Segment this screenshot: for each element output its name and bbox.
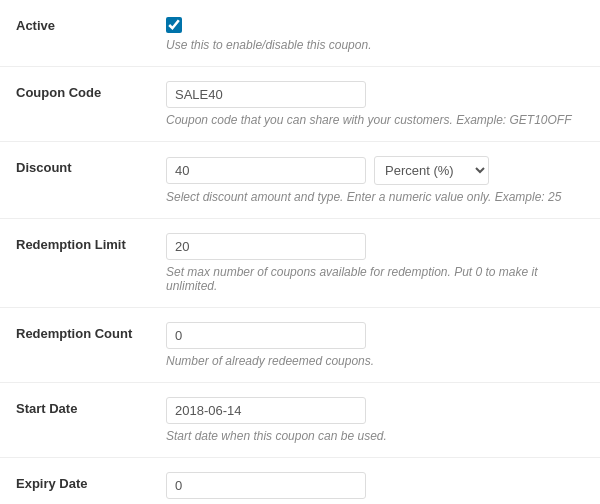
expiry-date-row: Expiry Date Date when this coupon will e…	[0, 458, 600, 504]
discount-label: Discount	[16, 156, 166, 175]
expiry-date-input[interactable]	[166, 472, 366, 499]
discount-input[interactable]	[166, 157, 366, 184]
active-row: Active Use this to enable/disable this c…	[0, 0, 600, 67]
discount-field: Percent (%) Fixed Amount Select discount…	[166, 156, 584, 204]
expiry-date-label: Expiry Date	[16, 472, 166, 491]
expiry-date-field: Date when this coupon will expire. Put 0…	[166, 472, 584, 504]
redemption-count-input[interactable]	[166, 322, 366, 349]
redemption-limit-row: Redemption Limit Set max number of coupo…	[0, 219, 600, 308]
redemption-count-row: Redemption Count Number of already redee…	[0, 308, 600, 383]
coupon-code-label: Coupon Code	[16, 81, 166, 100]
coupon-form: Active Use this to enable/disable this c…	[0, 0, 600, 504]
start-date-row: Start Date Start date when this coupon c…	[0, 383, 600, 458]
active-checkbox[interactable]	[166, 17, 182, 33]
redemption-count-hint: Number of already redeemed coupons.	[166, 354, 584, 368]
redemption-count-field: Number of already redeemed coupons.	[166, 322, 584, 368]
redemption-limit-hint: Set max number of coupons available for …	[166, 265, 584, 293]
active-hint: Use this to enable/disable this coupon.	[166, 38, 584, 52]
start-date-input[interactable]	[166, 397, 366, 424]
coupon-code-input[interactable]	[166, 81, 366, 108]
active-checkbox-wrapper	[166, 14, 584, 33]
redemption-limit-field: Set max number of coupons available for …	[166, 233, 584, 293]
start-date-field: Start date when this coupon can be used.	[166, 397, 584, 443]
discount-type-select[interactable]: Percent (%) Fixed Amount	[374, 156, 489, 185]
redemption-count-label: Redemption Count	[16, 322, 166, 341]
active-field: Use this to enable/disable this coupon.	[166, 14, 584, 52]
coupon-code-hint: Coupon code that you can share with your…	[166, 113, 584, 127]
redemption-limit-input[interactable]	[166, 233, 366, 260]
discount-input-row: Percent (%) Fixed Amount	[166, 156, 584, 185]
redemption-limit-label: Redemption Limit	[16, 233, 166, 252]
active-label: Active	[16, 14, 166, 33]
start-date-label: Start Date	[16, 397, 166, 416]
discount-row: Discount Percent (%) Fixed Amount Select…	[0, 142, 600, 219]
coupon-code-field: Coupon code that you can share with your…	[166, 81, 584, 127]
discount-hint: Select discount amount and type. Enter a…	[166, 190, 584, 204]
start-date-hint: Start date when this coupon can be used.	[166, 429, 584, 443]
coupon-code-row: Coupon Code Coupon code that you can sha…	[0, 67, 600, 142]
